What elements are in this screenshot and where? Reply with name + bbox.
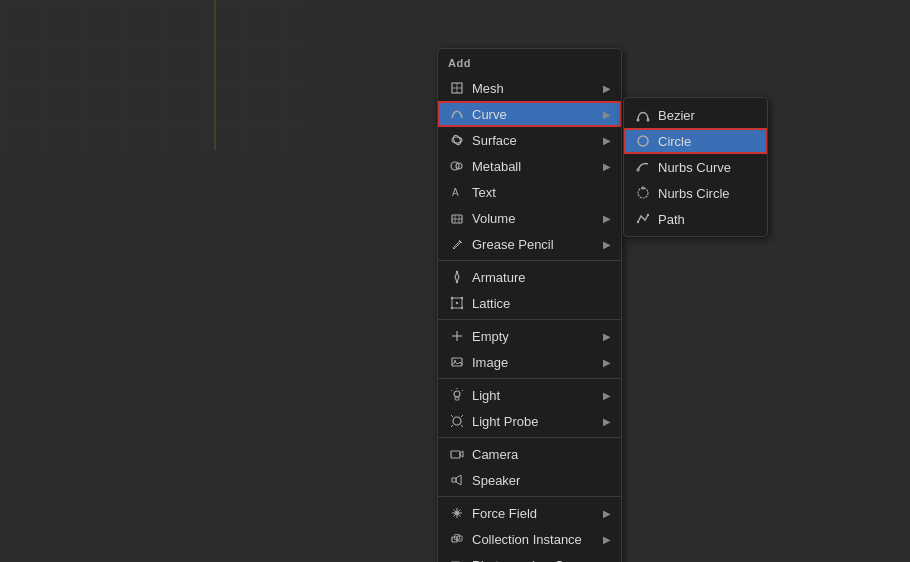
menu-item-photographer-camera[interactable]: Photographer Camera [438,552,621,562]
bezier-icon [634,106,652,124]
lattice-label: Lattice [472,296,611,311]
menu-item-image[interactable]: Image ▶ [438,349,621,375]
speaker-icon [448,471,466,489]
path-label: Path [658,212,757,227]
svg-point-28 [456,281,458,283]
svg-point-30 [451,297,453,299]
submenu-bezier[interactable]: Bezier [624,102,767,128]
svg-point-10 [638,136,648,146]
separator-3 [438,378,621,379]
light-probe-icon [448,412,466,430]
mesh-icon [448,79,466,97]
force-field-label: Force Field [472,506,603,521]
submenu-nurbs-circle[interactable]: Nurbs Circle [624,180,767,206]
photographer-camera-icon [448,556,466,562]
svg-point-8 [637,119,640,122]
surface-icon [448,131,466,149]
nurbs-curve-label: Nurbs Curve [658,160,757,175]
svg-line-41 [451,390,452,391]
armature-label: Armature [472,270,611,285]
surface-arrow: ▶ [603,135,611,146]
light-probe-label: Light Probe [472,414,603,429]
svg-point-27 [456,271,458,273]
volume-label: Volume [472,211,603,226]
circle-label: Circle [658,134,757,149]
svg-point-39 [454,391,460,397]
svg-point-14 [637,221,639,223]
svg-rect-0 [0,0,300,150]
empty-arrow: ▶ [603,331,611,342]
menu-item-grease-pencil[interactable]: Grease Pencil ▶ [438,231,621,257]
menu-item-volume[interactable]: Volume ▶ [438,205,621,231]
speaker-label: Speaker [472,473,611,488]
menu-item-collection-instance[interactable]: Collection Instance ▶ [438,526,621,552]
svg-line-45 [451,415,453,417]
menu-item-metaball[interactable]: Metaball ▶ [438,153,621,179]
camera-icon [448,445,466,463]
svg-rect-51 [452,478,456,482]
force-field-icon [448,504,466,522]
text-icon: A [448,183,466,201]
separator-2 [438,319,621,320]
lattice-icon [448,294,466,312]
svg-line-47 [451,425,453,427]
nurbs-circle-icon [634,184,652,202]
menu-item-lattice[interactable]: Lattice [438,290,621,316]
menu-item-light[interactable]: Light ▶ [438,382,621,408]
camera-label: Camera [472,447,611,462]
armature-icon [448,268,466,286]
menu-item-text[interactable]: A Text [438,179,621,205]
photographer-camera-label: Photographer Camera [472,558,611,563]
svg-text:A: A [452,187,459,198]
submenu-path[interactable]: Path [624,206,767,232]
light-label: Light [472,388,603,403]
mesh-label: Mesh [472,81,603,96]
svg-point-33 [461,307,463,309]
volume-icon [448,209,466,227]
menu-item-mesh[interactable]: Mesh ▶ [438,75,621,101]
surface-label: Surface [472,133,603,148]
metaball-arrow: ▶ [603,161,611,172]
nurbs-circle-label: Nurbs Circle [658,186,757,201]
collection-instance-arrow: ▶ [603,534,611,545]
svg-point-9 [647,119,650,122]
svg-point-44 [453,417,461,425]
svg-point-32 [451,307,453,309]
empty-icon [448,327,466,345]
curve-label: Curve [472,107,603,122]
menu-item-speaker[interactable]: Speaker [438,467,621,493]
svg-point-17 [452,134,462,146]
circle-icon [634,132,652,150]
menu-item-force-field[interactable]: Force Field ▶ [438,500,621,526]
submenu-circle[interactable]: Circle [624,128,767,154]
curve-arrow: ▶ [603,109,611,120]
submenu-nurbs-curve[interactable]: Nurbs Curve [624,154,767,180]
menu-item-curve[interactable]: Curve ▶ Bezier [438,101,621,127]
svg-point-34 [456,302,458,304]
menu-item-surface[interactable]: Surface ▶ [438,127,621,153]
text-label: Text [472,185,611,200]
empty-label: Empty [472,329,603,344]
force-field-arrow: ▶ [603,508,611,519]
separator-4 [438,437,621,438]
collection-instance-icon [448,530,466,548]
add-menu: Add Mesh ▶ Curve ▶ [437,48,622,562]
bezier-label: Bezier [658,108,757,123]
grid [0,0,300,150]
menu-item-empty[interactable]: Empty ▶ [438,323,621,349]
svg-line-42 [462,390,463,391]
image-icon [448,353,466,371]
light-arrow: ▶ [603,390,611,401]
separator-5 [438,496,621,497]
menu-title: Add [438,53,621,75]
image-arrow: ▶ [603,357,611,368]
light-probe-arrow: ▶ [603,416,611,427]
svg-line-46 [461,415,463,417]
svg-marker-52 [456,475,461,485]
menu-item-armature[interactable]: Armature [438,264,621,290]
menu-item-light-probe[interactable]: Light Probe ▶ [438,408,621,434]
curve-submenu: Bezier Circle Nurbs C [623,97,768,237]
menu-item-camera[interactable]: Camera [438,441,621,467]
curve-icon [448,105,466,123]
path-icon [634,210,652,228]
